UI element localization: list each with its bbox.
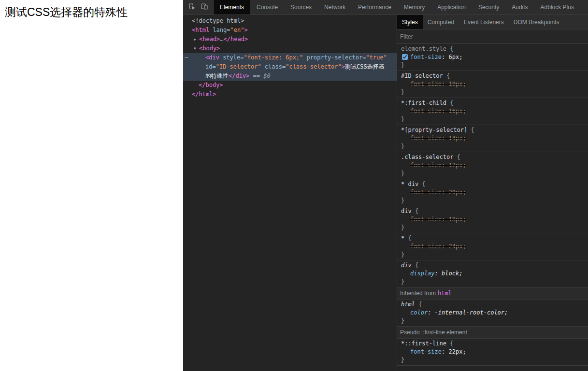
main-tab-security[interactable]: Security (472, 0, 505, 14)
devtools-window: ElementsConsoleSourcesNetworkPerformance… (183, 0, 588, 371)
css-property[interactable]: color: -internal-root-color; (401, 309, 586, 317)
css-property[interactable]: font-size: 20px; (401, 188, 586, 197)
style-rule: #ID-selector {font-size: 10px;} (397, 71, 588, 98)
style-rule: .class-selector {font-size: 12px;} (397, 152, 588, 179)
rendered-page: 测试CSS选择器的特殊性 (0, 0, 183, 371)
section-label: Inherited from (400, 290, 436, 297)
device-toolbar-icon (201, 2, 208, 12)
section-label: Pseudo ::first-line element (400, 329, 467, 336)
main-tab-performance[interactable]: Performance (352, 0, 398, 14)
main-tab-adblock-plus[interactable]: Adblock Plus (534, 0, 580, 14)
style-rule: *::first-line {font-size: 22px;} (397, 339, 588, 366)
style-rule: div {font-size: 18px;} (397, 206, 588, 233)
style-rule: *[proprty-selector] {font-size: 14px;} (397, 125, 588, 152)
style-rule: * div {font-size: 20px;} (397, 179, 588, 206)
main-tab-audits[interactable]: Audits (505, 0, 534, 14)
sidebar-tab-event-listeners[interactable]: Event Listeners (459, 15, 509, 29)
tree-line[interactable]: <!doctype html> (183, 16, 397, 26)
css-property[interactable]: font-size: 16px; (401, 107, 586, 115)
tree-line[interactable]: <html lang="en"> (183, 26, 397, 35)
inspect-cursor-icon (188, 2, 196, 12)
rule-selector[interactable]: .class-selector (401, 154, 453, 160)
css-property[interactable]: display: block; (401, 270, 586, 278)
style-rule: html {color: -internal-root-color;} (397, 300, 588, 327)
property-checkbox[interactable] (402, 54, 408, 60)
elements-tree: <!doctype html><html lang="en">▶<head>…<… (183, 15, 397, 371)
main-tab-network[interactable]: Network (318, 0, 352, 14)
styles-rules: element.style {font-size: 6px;}#ID-selec… (397, 44, 588, 371)
main-tab-elements[interactable]: Elements (214, 0, 250, 14)
screen: 测试CSS选择器的特殊性 (0, 0, 588, 371)
css-property[interactable]: font-size: 14px; (401, 134, 586, 143)
sidebar-tab-bar: StylesComputedEvent ListenersDOM Breakpo… (397, 15, 588, 29)
tree-line[interactable]: id="ID-selector" class="class-selector">… (183, 62, 397, 71)
sidebar-tab-styles[interactable]: Styles (397, 15, 423, 29)
rule-selector[interactable]: div (401, 262, 412, 269)
rule-selector[interactable]: *:first-child (401, 100, 446, 106)
css-property[interactable]: font-size: 6px; (401, 53, 586, 61)
style-rule: *:first-child {font-size: 16px;} (397, 98, 588, 125)
rule-selector[interactable]: #ID-selector (401, 72, 443, 79)
rule-selector[interactable]: div (401, 208, 412, 214)
style-rule: * {font-size: 24px;} (397, 233, 588, 260)
style-rule: element.style {font-size: 6px;} (397, 44, 588, 71)
rule-selector[interactable]: *[proprty-selector] (401, 127, 467, 133)
expand-arrow-icon[interactable]: ▶ (194, 35, 199, 44)
styles-section-header: Pseudo ::first-line element (397, 327, 588, 339)
css-property[interactable]: font-size: 22px; (401, 348, 586, 356)
css-property[interactable]: font-size: 18px; (401, 215, 586, 224)
css-property[interactable]: font-size: 24px; (401, 243, 586, 251)
devtools-toolbar: ElementsConsoleSourcesNetworkPerformance… (183, 0, 588, 15)
page-text: 测试CSS选择器的特殊性 (5, 5, 178, 19)
tree-line[interactable]: ▼<body> (183, 44, 397, 53)
main-tab-console[interactable]: Console (250, 0, 284, 14)
toolbar-icon-group (183, 0, 214, 14)
devtools-content: <!doctype html><html lang="en">▶<head>…<… (183, 15, 588, 371)
rule-selector[interactable]: * div (401, 181, 418, 187)
css-property[interactable]: font-size: 10px; (401, 80, 586, 88)
main-tab-application[interactable]: Application (431, 0, 472, 14)
tree-line[interactable]: ⋯<div style="font-size: 6px;" proprty-se… (183, 53, 397, 62)
css-property[interactable]: font-size: 12px; (401, 161, 586, 170)
sidebar-tab-dom-breakpoints[interactable]: DOM Breakpoints (509, 15, 564, 29)
rule-selector[interactable]: *::first-line (401, 340, 446, 347)
sidebar-tab-computed[interactable]: Computed (423, 15, 459, 29)
styles-filter-bar (397, 29, 588, 44)
tree-line[interactable]: </html> (183, 90, 397, 99)
styles-section-header: Inherited fromhtml (397, 287, 588, 300)
main-tab-sources[interactable]: Sources (284, 0, 318, 14)
device-toolbar-button[interactable] (198, 1, 211, 14)
tree-line[interactable]: ▶<head>…</head> (183, 35, 397, 44)
more-actions-icon[interactable]: ⋯ (185, 53, 187, 62)
expand-arrow-icon[interactable]: ▼ (194, 44, 199, 53)
style-rule: div {display: block;} (397, 260, 588, 287)
rule-selector[interactable]: html (401, 301, 415, 308)
tree-line[interactable]: 的特殊性</div> == $0 (183, 71, 397, 81)
styles-sidebar: StylesComputedEvent ListenersDOM Breakpo… (397, 15, 588, 371)
inherited-from-link[interactable]: html (438, 290, 452, 297)
rule-selector[interactable]: element.style (401, 45, 446, 52)
styles-filter-input[interactable] (400, 33, 585, 40)
main-tab-memory[interactable]: Memory (398, 0, 431, 14)
main-tab-bar: ElementsConsoleSourcesNetworkPerformance… (214, 0, 580, 14)
inspect-element-button[interactable] (186, 1, 198, 14)
tree-line[interactable]: </body> (183, 81, 397, 90)
